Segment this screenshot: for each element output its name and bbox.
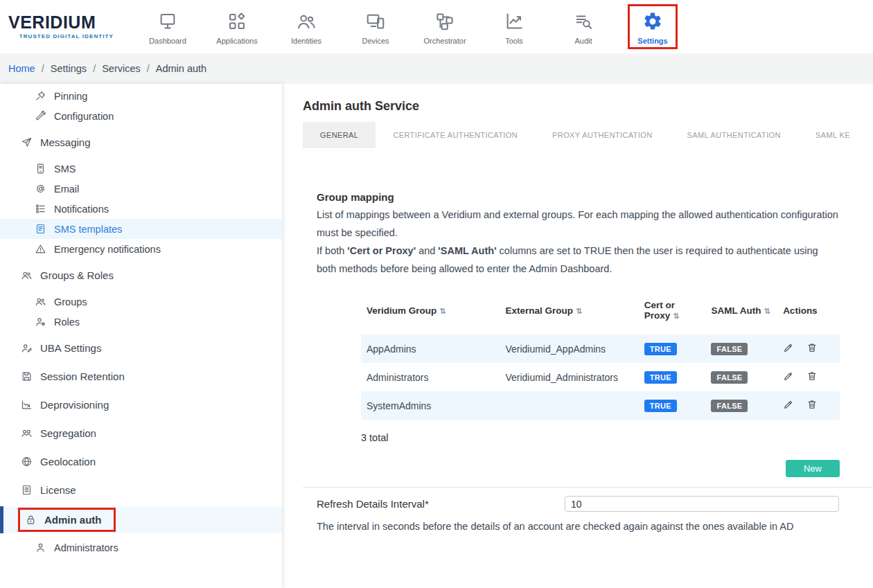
sidebar-item-label: Notifications: [54, 204, 109, 215]
nav-item-applications[interactable]: Applications: [202, 4, 272, 48]
nav-item-orchestrator[interactable]: Orchestrator: [410, 4, 479, 48]
trash-icon: [806, 345, 818, 355]
delete-button[interactable]: [806, 399, 818, 412]
nav-item-label: Orchestrator: [423, 37, 466, 45]
breadcrumb-separator: /: [42, 63, 44, 74]
column-header-label: Veridium Group: [367, 305, 436, 316]
sidebar-item-segregation[interactable]: Segregation: [0, 421, 282, 445]
decline-chart-icon: [21, 399, 33, 411]
nav-item-identities[interactable]: Identities: [272, 4, 341, 48]
sidebar-item-groups[interactable]: Groups: [0, 292, 282, 312]
sidebar-item-groups-roles[interactable]: Groups & Roles: [0, 263, 282, 287]
column-header-saml-auth[interactable]: SAML Auth⇅: [705, 289, 777, 335]
cell-saml-auth: FALSE: [705, 363, 777, 391]
column-header-veridium-group[interactable]: Veridium Group⇅: [361, 289, 500, 335]
sort-icon[interactable]: ⇅: [576, 307, 582, 315]
sidebar-item-geolocation[interactable]: Geolocation: [0, 449, 282, 474]
sidebar-item-label: Groups & Roles: [40, 269, 114, 281]
cell-external-group: Veridiumid_AppAdmins: [500, 335, 638, 363]
save-icon: [21, 371, 33, 382]
breadcrumb-item-home[interactable]: Home: [8, 63, 35, 74]
group-mapping-description: List of mappings between a Veridium and …: [317, 206, 840, 242]
pencil-icon: [783, 345, 794, 355]
nav-item-settings[interactable]: Settings: [628, 4, 678, 49]
refresh-interval-input[interactable]: [565, 496, 839, 512]
group-mapping-section: Group mapping List of mappings between a…: [303, 191, 873, 477]
breadcrumb-item-services[interactable]: Services: [102, 63, 141, 74]
sort-icon[interactable]: ⇅: [764, 307, 770, 315]
cert-or-proxy-badge: TRUE: [644, 400, 677, 412]
sidebar-item-sms-templates[interactable]: SMS templates: [0, 219, 282, 239]
note-text: and: [416, 245, 438, 256]
sidebar-item-admin-auth[interactable]: Admin auth: [0, 506, 282, 533]
uba-icon: [21, 342, 33, 354]
document-icon: [35, 223, 46, 235]
breadcrumb-item-settings[interactable]: Settings: [51, 63, 87, 74]
nav-item-tools[interactable]: Tools: [479, 4, 549, 48]
table-row-administrators: AdministratorsVeridiumid_AdministratorsT…: [361, 363, 840, 391]
tab-saml-authentication[interactable]: SAML AUTHENTICATION: [670, 122, 798, 148]
veridium-logo[interactable]: VERIDIUM TRUSTED DIGITAL IDENTITY: [8, 14, 114, 39]
column-header-label: SAML Auth: [711, 305, 761, 316]
sidebar-item-sms[interactable]: SMS: [0, 159, 282, 179]
nav-item-audit[interactable]: Audit: [549, 4, 618, 48]
identities-icon: [296, 11, 317, 32]
sidebar-item-label: Configuration: [54, 111, 114, 122]
sidebar-item-messaging[interactable]: Messaging: [0, 130, 282, 154]
new-mapping-button[interactable]: New: [786, 460, 840, 477]
sidebar-item-emergency-notifications[interactable]: Emergency notifications: [0, 239, 282, 259]
tab-proxy-authentication[interactable]: PROXY AUTHENTICATION: [535, 122, 670, 148]
cell-cert-or-proxy: TRUE: [639, 363, 706, 391]
app-root: VERIDIUM TRUSTED DIGITAL IDENTITY Dashbo…: [0, 0, 873, 588]
sidebar-item-notifications[interactable]: Notifications: [0, 199, 282, 219]
email-icon: [35, 183, 46, 195]
group-mapping-heading: Group mapping: [317, 191, 840, 203]
sidebar-item-label: Pinning: [54, 91, 87, 102]
nav-item-dashboard[interactable]: Dashboard: [133, 4, 202, 48]
sidebar-item-label: Administrators: [54, 542, 118, 553]
pin-icon: [35, 90, 46, 102]
sort-icon[interactable]: ⇅: [673, 312, 679, 320]
breadcrumb: Home/Settings/Services/Admin auth: [0, 53, 873, 84]
nav-item-label: Applications: [216, 37, 257, 45]
cert-or-proxy-badge: TRUE: [644, 371, 677, 384]
column-header-actions: Actions: [777, 289, 840, 335]
sidebar-item-uba-settings[interactable]: UBA Settings: [0, 336, 282, 360]
sidebar-item-label: Session Retention: [40, 371, 125, 382]
tab-saml-ke[interactable]: SAML KE: [798, 122, 867, 148]
edit-button[interactable]: [783, 342, 794, 355]
edit-button[interactable]: [783, 399, 794, 412]
cert-or-proxy-badge: TRUE: [644, 343, 677, 355]
tab-general[interactable]: GENERAL: [303, 122, 376, 148]
sidebar-item-email[interactable]: Email: [0, 179, 282, 199]
sidebar-item-deprovisioning[interactable]: Deprovisioning: [0, 393, 282, 417]
breadcrumb-separator: /: [147, 63, 150, 74]
sidebar-item-license[interactable]: License: [0, 478, 282, 502]
sidebar-item-session-retention[interactable]: Session Retention: [0, 364, 282, 389]
sidebar-item-administrators[interactable]: Administrators: [0, 537, 282, 558]
column-header-external-group[interactable]: External Group⇅: [500, 289, 638, 335]
sidebar-item-roles[interactable]: Roles: [0, 312, 282, 332]
cell-cert-or-proxy: TRUE: [639, 335, 706, 363]
tab-bar: GENERALCERTIFICATE AUTHENTICATIONPROXY A…: [303, 122, 873, 148]
tab-certificate-authentication[interactable]: CERTIFICATE AUTHENTICATION: [376, 122, 535, 148]
groups-icon: [21, 269, 33, 281]
breadcrumb-item-admin-auth: Admin auth: [156, 63, 206, 74]
sidebar-item-pinning[interactable]: Pinning: [0, 86, 282, 106]
person-icon: [35, 542, 46, 553]
saml-auth-badge: FALSE: [711, 343, 748, 355]
sidebar-nav: PinningConfigurationMessagingSMSEmailNot…: [0, 84, 282, 588]
notifications-icon: [35, 203, 46, 215]
sidebar-item-label: SMS templates: [54, 224, 122, 235]
settings-icon: [642, 11, 663, 32]
note-emphasis: 'SAML Auth': [438, 245, 496, 256]
sort-icon[interactable]: ⇅: [439, 307, 446, 315]
nav-item-devices[interactable]: Devices: [341, 4, 410, 48]
page-body: PinningConfigurationMessagingSMSEmailNot…: [0, 84, 873, 588]
delete-button[interactable]: [806, 342, 818, 355]
edit-button[interactable]: [783, 371, 794, 384]
sidebar-item-configuration[interactable]: Configuration: [0, 106, 282, 126]
delete-button[interactable]: [806, 371, 818, 384]
column-header-cert-or-proxy[interactable]: Cert or Proxy⇅: [639, 289, 706, 335]
group-mapping-table: Veridium Group⇅External Group⇅Cert or Pr…: [361, 289, 840, 420]
